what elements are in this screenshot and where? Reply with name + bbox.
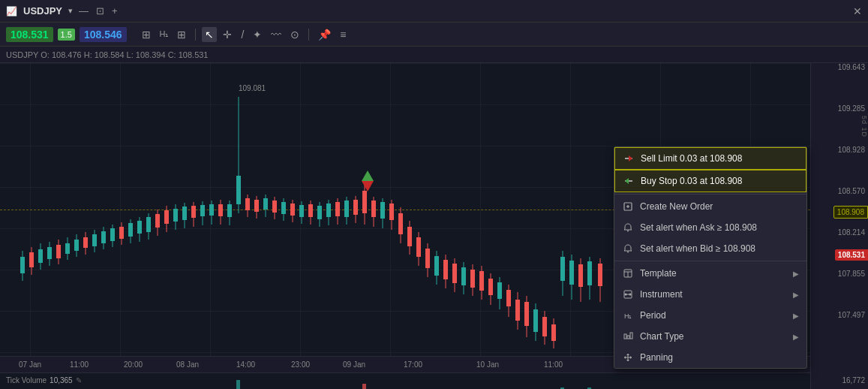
x-label-1400: 14:00 <box>236 360 255 369</box>
toolbar-charts-icon[interactable]: ⊞ <box>139 27 154 42</box>
svg-rect-67 <box>317 206 322 219</box>
svg-rect-77 <box>362 191 367 213</box>
menu-item-create-order[interactable]: Create New Order <box>614 196 806 217</box>
sell-limit-icon <box>623 152 635 164</box>
current-price-label: 108.531 <box>835 249 868 261</box>
close-icon[interactable]: ✕ <box>853 5 862 17</box>
x-label-10jan: 10 Jan <box>476 360 499 369</box>
svg-rect-5 <box>38 249 43 263</box>
svg-rect-9 <box>56 245 61 258</box>
svg-rect-97 <box>452 264 457 283</box>
svg-rect-73 <box>344 201 349 217</box>
toolbar-cursor-icon[interactable]: ↖ <box>202 27 217 42</box>
context-menu: Sell Limit 0.03 at 108.908 Buy Stop 0.03… <box>614 146 807 369</box>
svg-rect-23 <box>119 227 124 239</box>
x-label-2300: 23:00 <box>291 360 310 369</box>
svg-rect-89 <box>416 237 421 257</box>
svg-rect-83 <box>389 204 394 220</box>
menu-item-panning[interactable]: Panning <box>614 347 806 368</box>
svg-marker-198 <box>625 178 629 184</box>
panning-label: Panning <box>640 352 799 363</box>
svg-rect-212 <box>624 334 626 339</box>
svg-marker-196 <box>629 155 632 161</box>
title-bar-icons: — ⊡ + <box>79 5 118 17</box>
toolbar-indicators-icon[interactable]: ⊞ <box>174 27 189 42</box>
template-arrow: ▶ <box>793 270 799 278</box>
svg-rect-109 <box>506 290 511 306</box>
toolbar-draw-icon[interactable]: ⊙ <box>287 27 302 42</box>
svg-rect-93 <box>434 256 439 276</box>
svg-point-209 <box>625 294 627 296</box>
symbol-name[interactable]: USDJPY <box>23 5 62 17</box>
svg-rect-91 <box>425 249 430 268</box>
title-bar: 📈 USDJPY ▾ — ⊡ + ✕ <box>0 0 868 23</box>
svg-rect-11 <box>65 243 70 254</box>
svg-rect-41 <box>200 205 205 216</box>
svg-rect-213 <box>627 336 629 339</box>
y-label-1: 109.643 <box>838 63 865 71</box>
menu-item-alert-bid[interactable]: Set alert when Bid ≥ 108.908 <box>614 238 806 259</box>
svg-point-203 <box>627 252 629 253</box>
toolbar-cross-icon[interactable]: ✦ <box>250 27 265 42</box>
symbol-dropdown-arrow[interactable]: ▾ <box>68 6 73 16</box>
toolbar-menu-icon[interactable]: ≡ <box>337 27 349 42</box>
alert-ask-label: Set alert when Ask ≥ 108.908 <box>640 222 799 233</box>
menu-item-period[interactable]: H₁ Period ▶ <box>614 305 806 326</box>
alert-bid-label: Set alert when Bid ≥ 108.908 <box>640 243 799 254</box>
menu-item-instrument[interactable]: Instrument ▶ <box>614 284 806 305</box>
svg-rect-43 <box>209 204 214 216</box>
x-label-07jan: 07 Jan <box>19 360 41 369</box>
menu-item-sell-limit[interactable]: Sell Limit 0.03 at 108.908 <box>614 147 806 170</box>
ask-price: 108.546 <box>80 27 127 42</box>
chart-type-icon <box>622 330 634 342</box>
menu-item-buy-stop[interactable]: Buy Stop 0.03 at 108.908 <box>614 170 806 192</box>
buy-marker <box>362 170 374 181</box>
svg-rect-59 <box>281 202 286 214</box>
svg-rect-87 <box>407 227 412 246</box>
svg-rect-127 <box>587 261 592 285</box>
bell-bid-icon <box>622 243 634 255</box>
svg-rect-45 <box>218 204 223 216</box>
minus-icon[interactable]: — <box>79 5 89 17</box>
bell-ask-icon <box>622 222 634 234</box>
instrument-icon <box>622 288 634 300</box>
svg-rect-117 <box>542 317 547 336</box>
svg-rect-214 <box>630 333 632 339</box>
svg-rect-69 <box>326 204 331 217</box>
svg-rect-85 <box>398 213 403 234</box>
resize-icon[interactable]: ⊡ <box>96 5 104 17</box>
template-icon <box>622 267 634 279</box>
panning-icon <box>622 351 634 363</box>
toolbar-line-icon[interactable]: / <box>238 27 247 42</box>
svg-rect-63 <box>299 205 304 217</box>
svg-rect-39 <box>191 206 196 218</box>
menu-item-template[interactable]: Template ▶ <box>614 263 806 284</box>
create-order-label: Create New Order <box>640 201 799 212</box>
svg-rect-37 <box>182 207 187 220</box>
y-label-4: 108.570 <box>838 187 865 195</box>
separator2 <box>308 29 309 41</box>
toolbar-pin-icon[interactable]: 📌 <box>315 27 334 42</box>
svg-rect-17 <box>92 234 97 246</box>
separator-1 <box>614 194 806 194</box>
menu-item-alert-ask[interactable]: Set alert when Ask ≥ 108.908 <box>614 217 806 238</box>
plus-icon[interactable]: + <box>112 5 118 17</box>
svg-rect-1 <box>20 257 25 273</box>
x-label-08jan: 08 Jan <box>176 360 199 369</box>
instrument-label: Instrument <box>640 289 787 300</box>
title-bar-left: 📈 USDJPY ▾ — ⊡ + <box>6 5 118 17</box>
svg-rect-31 <box>155 214 160 228</box>
svg-rect-61 <box>290 204 295 216</box>
toolbar-wave-icon[interactable]: 〰 <box>268 27 284 42</box>
toolbar-crosshair-icon[interactable]: ✛ <box>220 27 235 42</box>
svg-rect-33 <box>164 210 169 224</box>
svg-rect-107 <box>497 282 502 299</box>
svg-rect-71 <box>335 202 340 216</box>
svg-rect-25 <box>128 223 133 237</box>
svg-rect-27 <box>137 221 142 234</box>
price-bar: 108.531 1.5 108.546 ⊞ H₁ ⊞ ↖ ✛ / ✦ 〰 ⊙ 📌… <box>0 23 868 47</box>
toolbar-period-icon[interactable]: H₁ <box>157 28 172 41</box>
menu-item-chart-type[interactable]: Chart Type ▶ <box>614 326 806 347</box>
chart-type-label: Chart Type <box>640 331 787 342</box>
svg-rect-95 <box>443 260 448 279</box>
